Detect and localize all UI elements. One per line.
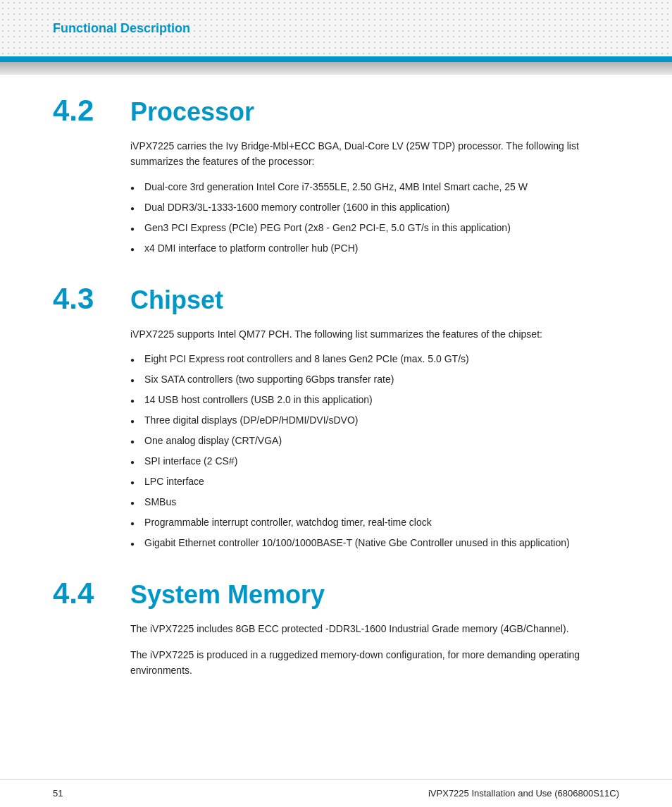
blue-banner	[0, 56, 672, 62]
section-4-3: 4.3 Chipset iVPX7225 supports Intel QM77…	[53, 284, 619, 550]
list-item: LPC interface	[130, 474, 619, 489]
section-4-4-heading: 4.4 System Memory	[53, 579, 619, 608]
header-area: Functional Description	[0, 0, 672, 56]
list-item: Eight PCI Express root controllers and 8…	[130, 352, 619, 366]
section-4-2-intro: iVPX7225 carries the Ivy Bridge-Mbl+ECC …	[130, 138, 619, 170]
section-4-2-title: Processor	[130, 99, 254, 125]
section-4-3-title: Chipset	[130, 288, 223, 313]
list-item: Gigabit Ethernet controller 10/100/1000B…	[130, 536, 619, 550]
section-4-2-body: iVPX7225 carries the Ivy Bridge-Mbl+ECC …	[130, 138, 619, 256]
page-wrapper: Functional Description 4.2 Processor iVP…	[0, 0, 672, 807]
section-4-3-intro: iVPX7225 supports Intel QM77 PCH. The fo…	[130, 326, 619, 342]
list-item: SMBus	[130, 495, 619, 510]
section-4-3-heading: 4.3 Chipset	[53, 284, 619, 314]
section-4-4-title: System Memory	[130, 582, 325, 608]
section-4-4: 4.4 System Memory The iVPX7225 includes …	[53, 579, 619, 678]
list-item: Dual-core 3rd generation Intel Core i7-3…	[130, 180, 619, 195]
section-4-4-number: 4.4	[53, 579, 109, 608]
list-item: Gen3 PCI Express (PCIe) PEG Port (2x8 - …	[130, 221, 619, 235]
section-4-3-bullets: Eight PCI Express root controllers and 8…	[130, 352, 619, 550]
list-item: Six SATA controllers (two supporting 6Gb…	[130, 372, 619, 387]
header-title-bar: Functional Description	[0, 0, 672, 56]
section-4-3-number: 4.3	[53, 284, 109, 314]
list-item: One analog display (CRT/VGA)	[130, 433, 619, 448]
footer-page-number: 51	[53, 787, 63, 801]
gray-stripe	[0, 62, 672, 75]
section-4-4-para2: The iVPX7225 is produced in a ruggedized…	[130, 647, 619, 679]
page-title: Functional Description	[53, 19, 190, 38]
list-item: x4 DMI interface to platform controller …	[130, 241, 619, 256]
main-content: 4.2 Processor iVPX7225 carries the Ivy B…	[0, 75, 672, 749]
section-4-2-bullets: Dual-core 3rd generation Intel Core i7-3…	[130, 180, 619, 256]
list-item: Three digital displays (DP/eDP/HDMI/DVI/…	[130, 413, 619, 428]
list-item: Programmable interrupt controller, watch…	[130, 515, 619, 530]
section-4-2-heading: 4.2 Processor	[53, 96, 619, 125]
list-item: 14 USB host controllers (USB 2.0 in this…	[130, 393, 619, 407]
section-4-2-number: 4.2	[53, 96, 109, 125]
list-item: Dual DDR3/3L-1333-1600 memory controller…	[130, 200, 619, 215]
section-4-4-para1: The iVPX7225 includes 8GB ECC protected …	[130, 621, 619, 636]
footer-doc-title: iVPX7225 Installation and Use (6806800S1…	[428, 787, 619, 801]
list-item: SPI interface (2 CS#)	[130, 454, 619, 469]
page-footer: 51 iVPX7225 Installation and Use (680680…	[0, 779, 672, 808]
section-4-4-body: The iVPX7225 includes 8GB ECC protected …	[130, 621, 619, 678]
section-4-2: 4.2 Processor iVPX7225 carries the Ivy B…	[53, 96, 619, 256]
section-4-3-body: iVPX7225 supports Intel QM77 PCH. The fo…	[130, 326, 619, 550]
